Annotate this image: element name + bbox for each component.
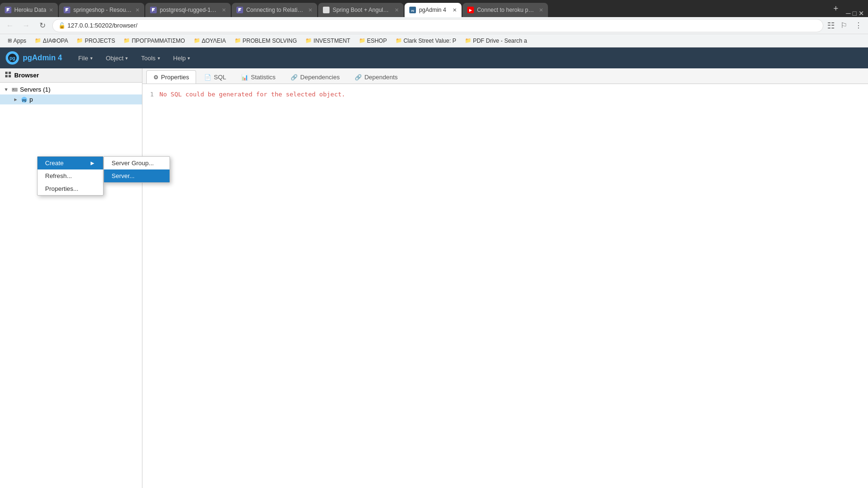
tab-favicon [150,7,157,13]
tab-favicon [5,7,11,13]
menu-item-help[interactable]: Help ▾ [167,52,197,65]
browser-chrome: Heroku Data ✕ springeshop - Resource... … [0,0,868,47]
browser-icon [5,71,11,79]
browser-tree: ▼ Servers (1) ► pg p [0,83,142,106]
browser-panel: Browser ▼ Servers (1) ► pg p Create ► Re… [0,68,142,488]
server-icon: pg [21,96,28,103]
folder-icon: 📁 [465,38,472,44]
menu-item-file[interactable]: File ▾ [72,52,99,65]
context-menu-label: Properties... [45,185,78,192]
panel-tabs: ⚙ Properties 📄 SQL 📊 Statistics 🔗 Depend… [142,68,868,84]
tab-close-button[interactable]: ✕ [308,7,312,13]
pgadmin-main-area: Browser ▼ Servers (1) ► pg p Create ► Re… [0,68,868,488]
folder-icon: 📁 [305,38,312,44]
panel-tab-icon: 📊 [241,74,248,81]
minimize-button[interactable]: ─ [846,9,851,17]
menu-item-object[interactable]: Object ▾ [99,52,135,65]
browser-tab-postgresql-rugged[interactable]: postgresql-rugged-117... ✕ [145,3,231,17]
tree-expand-icon: ▼ [4,87,9,92]
svg-rect-4 [5,72,8,74]
context-menu-label: Refresh... [45,172,72,179]
tab-favicon [323,7,330,13]
menu-arrow-icon: ▾ [125,56,128,61]
menu-item-tools[interactable]: Tools ▾ [134,52,166,65]
panel-tab-properties[interactable]: ⚙ Properties [146,70,196,84]
bookmark-item-9[interactable]: 📁PDF Drive - Search a [461,37,531,45]
tree-server-name: p [29,96,33,103]
tree-item-server[interactable]: ► pg p [0,94,142,104]
panel-tab-icon: 📄 [204,74,211,81]
submenu-item-server-group---[interactable]: Server Group... [104,157,170,169]
tab-close-button[interactable]: ✕ [453,7,457,13]
tab-close-button[interactable]: ✕ [222,7,226,13]
new-tab-button[interactable]: + [830,0,842,17]
url-input[interactable]: 🔓 127.0.0.1:50202/browser/ [52,19,823,32]
browser-tab-springeshop[interactable]: springeshop - Resource... ✕ [59,3,144,17]
bookmark-item-5[interactable]: 📁PROBLEM SOLVING [231,37,301,45]
bookmark-label: PDF Drive - Search a [473,38,527,44]
menu-label: Help [173,55,186,62]
panel-tab-dependencies[interactable]: 🔗 Dependencies [283,70,347,84]
folder-icon: 📁 [235,38,241,44]
svg-rect-6 [5,75,8,77]
bookmark-item-2[interactable]: 📁PROJECTS [73,37,119,45]
bookmark-item-7[interactable]: 📁ESHOP [355,37,391,45]
browser-tab-pgadmin4[interactable]: pg pgAdmin 4 ✕ [405,3,462,17]
forward-button[interactable]: → [20,19,32,32]
panel-tab-icon: 🔗 [291,74,298,81]
bookmark-item-8[interactable]: 📁Clark Street Value: P [392,37,460,45]
bookmark-item-1[interactable]: 📁ΔΙΑΦΟΡΑ [31,37,72,45]
panel-tab-sql[interactable]: 📄 SQL [197,70,233,84]
context-menu-item-properties---[interactable]: Properties... [38,182,103,195]
extensions-button[interactable]: ⚐ [839,21,849,30]
submenu: Server Group...Server... [104,156,170,183]
bookmark-label: ΔΟΥΛΕΙΑ [202,38,226,44]
panel-tab-dependents[interactable]: 🔗 Dependents [348,70,405,84]
browser-tab-heroku-data[interactable]: Heroku Data ✕ [0,3,58,17]
bookmark-item-4[interactable]: 📁ΔΟΥΛΕΙΑ [190,37,230,45]
profile-button[interactable]: ☷ [827,20,835,31]
menu-arrow-icon: ▾ [90,56,93,61]
panel-tab-statistics[interactable]: 📊 Statistics [234,70,283,84]
servers-icon [11,86,18,93]
svg-text:pg: pg [22,98,27,102]
bookmark-item-0[interactable]: ⊞Apps [4,37,30,45]
menu-label: Object [106,55,124,62]
back-button[interactable]: ← [4,19,16,32]
bookmark-item-6[interactable]: 📁INVESTMENT [302,37,354,45]
submenu-item-server---[interactable]: Server... [104,169,170,182]
bookmark-label: ESHOP [367,38,387,44]
context-menu-item-refresh---[interactable]: Refresh... [38,169,103,182]
svg-text:pg: pg [9,56,15,61]
folder-icon: 📁 [396,38,402,44]
maximize-button[interactable]: □ [853,9,857,17]
browser-tab-spring-boot-angular[interactable]: Spring Boot + Angular... ✕ [318,3,404,17]
menu-button[interactable]: ⋮ [853,21,864,30]
panel-content: 1 No SQL could be generated for the sele… [142,84,868,488]
bookmark-item-3[interactable]: 📁ΠΡΟΓΡΑΜΜΑΤΙΣΜΟ [120,37,189,45]
folder-icon: 📁 [123,38,130,44]
panel-tab-label: SQL [214,74,226,81]
browser-tab-connecting-to-relation[interactable]: Connecting to Relational... ✕ [232,3,317,17]
reload-button[interactable]: ↻ [36,19,48,32]
pgadmin-logo-icon: pg [6,51,19,65]
bookmark-label: PROBLEM SOLVING [243,38,297,44]
close-window-button[interactable]: ✕ [859,9,864,17]
bookmark-label: ΔΙΑΦΟΡΑ [43,38,68,44]
tab-close-button[interactable]: ✕ [395,7,399,13]
context-menu-item-create[interactable]: Create ► [38,157,103,169]
tree-item-servers[interactable]: ▼ Servers (1) [0,84,142,94]
tab-close-button[interactable]: ✕ [135,7,140,13]
pgadmin-logo: pg pgAdmin 4 [6,51,62,65]
tab-favicon [236,7,243,13]
menu-arrow-icon: ▾ [188,56,190,61]
svg-rect-9 [13,89,14,90]
tab-close-button[interactable]: ✕ [49,7,53,13]
content-line: 1 No SQL could be generated for the sele… [150,90,860,99]
bookmark-label: Apps [13,38,26,44]
tab-close-button[interactable]: ✕ [539,7,543,13]
browser-tab-connect-to-heroku[interactable]: ▶ Connect to heroku pos... ✕ [462,3,548,17]
tab-title: Heroku Data [14,7,46,13]
panel-tab-label: Dependencies [300,74,340,81]
tree-servers-label: Servers (1) [20,86,50,93]
